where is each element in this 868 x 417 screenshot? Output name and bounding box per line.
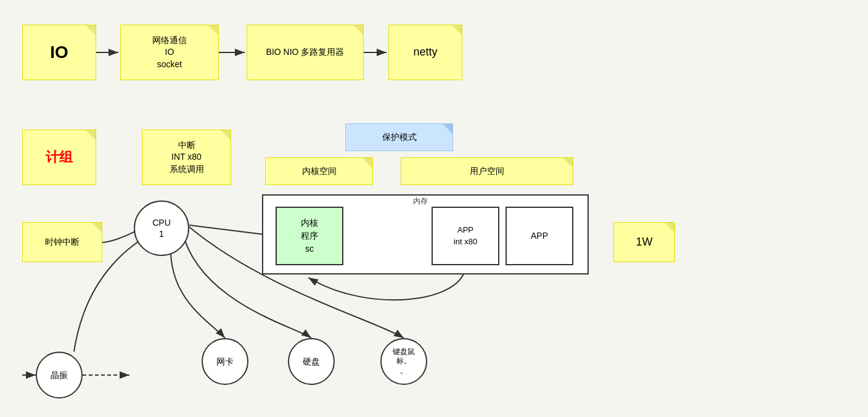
note-user-space: 用户空间 — [401, 157, 573, 185]
note-baohu: 保护模式 — [345, 123, 453, 151]
note-shijian: 时钟中断 — [22, 222, 102, 262]
note-interrupt: 中断 INT x80 系统调用 — [142, 130, 231, 185]
app-box: APP — [506, 207, 573, 265]
kernel-program-box: 内核 程序 sc — [276, 207, 343, 265]
note-1w: 1W — [613, 222, 675, 262]
note-bio-nio: BIO NIO 多路复用器 — [247, 25, 364, 80]
memory-label: 内存 — [413, 196, 428, 207]
app-int-box: APP int x80 — [432, 207, 499, 265]
keyboard-circle: 键盘鼠 标。 。 — [380, 338, 427, 385]
note-jizu: 计组 — [22, 130, 96, 185]
note-io: IO — [22, 25, 96, 80]
yingpan-circle: 硬盘 — [288, 338, 335, 385]
diagram-canvas: IO 网络通信 IO socket BIO NIO 多路复用器 netty 计组… — [0, 0, 868, 417]
wangka-circle: 网卡 — [202, 338, 248, 385]
note-network: 网络通信 IO socket — [120, 25, 219, 80]
jingzhen-circle: 晶振 — [36, 352, 83, 398]
note-kernel-space: 内核空间 — [265, 157, 373, 185]
svg-line-7 — [189, 225, 274, 236]
note-netty: netty — [388, 25, 462, 80]
cpu-circle: CPU1 — [134, 200, 189, 256]
